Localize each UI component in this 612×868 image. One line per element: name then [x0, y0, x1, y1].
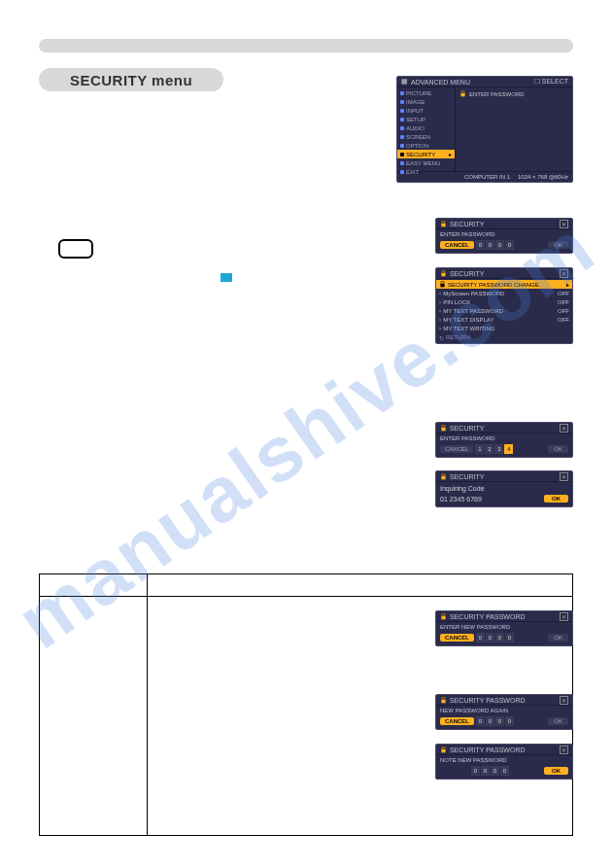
close-icon[interactable]: ✕ [560, 612, 568, 621]
lock-icon [440, 221, 447, 227]
digit-input[interactable]: 3 [494, 444, 503, 454]
footer-resolution: 1024 × 768 @60Hz [518, 174, 568, 180]
digit-input[interactable]: 4 [504, 444, 513, 454]
osd-header: SECURITY ✕ [436, 268, 572, 279]
svg-rect-6 [441, 615, 445, 619]
svg-rect-4 [441, 427, 445, 431]
digit-input[interactable]: 0 [505, 716, 514, 726]
osd-inquiring: SECURITY ✕ Inquiring Code 01 2345 6789 O… [435, 470, 573, 507]
digit-input[interactable]: 0 [476, 716, 485, 726]
footer-source: COMPUTER IN 1 [464, 174, 510, 180]
digit-input[interactable]: 1 [475, 444, 484, 454]
menu-icon: ▦ [401, 78, 408, 86]
callout-box [58, 239, 93, 259]
lock-icon [439, 281, 446, 288]
osd-secpwd-again: SECURITY PASSWORD ✕ NEW PASSWORD AGAIN C… [435, 694, 573, 730]
sidebar-item-screen[interactable]: SCREEN [397, 132, 455, 141]
menu-item-mytextpwd[interactable]: ▫MY TEXT PASSWORDOFF [436, 306, 572, 315]
svg-rect-3 [440, 284, 444, 288]
digit-input[interactable]: 0 [486, 240, 494, 250]
digit-display: 0 [500, 766, 509, 776]
digit-input[interactable]: 0 [505, 633, 514, 642]
ok-button[interactable]: OK [544, 495, 568, 503]
cancel-button[interactable]: CANCEL [440, 241, 474, 249]
osd-header: SECURITY ✕ [436, 471, 572, 482]
lock-icon [440, 613, 447, 620]
ok-button[interactable]: OK [548, 717, 568, 725]
sidebar-item-option[interactable]: OPTION [397, 141, 455, 150]
menu-item-pinlock[interactable]: ▫PIN LOCKOFF [436, 297, 572, 306]
digit-input[interactable]: 0 [486, 633, 494, 642]
digit-input[interactable]: 0 [495, 716, 504, 726]
osd-header: SECURITY ✕ [436, 423, 572, 434]
digit-input[interactable]: 2 [485, 444, 493, 454]
osd-header: ▦ ADVANCED MENU ☐ SELECT [397, 77, 572, 87]
ok-button[interactable]: OK [544, 767, 568, 775]
digit-input[interactable]: 0 [476, 633, 485, 642]
osd-advanced-menu: ▦ ADVANCED MENU ☐ SELECT PICTURE IMAGE I… [396, 76, 573, 183]
digit-input[interactable]: 0 [486, 716, 494, 726]
sidebar-item-input[interactable]: INPUT [397, 106, 455, 115]
sidebar-item-picture[interactable]: PICTURE [397, 88, 455, 97]
menu-item-mytextwrite[interactable]: ▫MY TEXT WRITING [436, 324, 572, 332]
sidebar-item-easymenu[interactable]: EASY MENU [397, 158, 455, 167]
svg-rect-0 [460, 93, 464, 97]
sidebar-item-exit[interactable]: EXIT [397, 167, 455, 176]
digit-input[interactable]: 0 [495, 240, 504, 250]
osd-secpwd-new: SECURITY PASSWORD ✕ ENTER NEW PASSWORD C… [435, 610, 573, 646]
ok-button[interactable]: OK [548, 634, 568, 642]
new-password-again-label: NEW PASSWORD AGAIN [440, 708, 568, 713]
book-icon [220, 272, 233, 284]
close-icon[interactable]: ✕ [560, 424, 568, 433]
enter-password-row[interactable]: ENTER PASSWORD [459, 89, 568, 98]
sidebar-item-audio[interactable]: AUDIO [397, 123, 455, 132]
top-header-bar [39, 39, 573, 52]
close-icon[interactable]: ✕ [560, 220, 568, 228]
osd-header: SECURITY PASSWORD ✕ [436, 611, 572, 622]
svg-rect-2 [441, 272, 445, 276]
ok-button[interactable]: OK [548, 241, 568, 249]
cancel-button[interactable]: CANCEL [440, 445, 473, 453]
svg-rect-7 [441, 699, 445, 703]
svg-rect-1 [441, 223, 445, 226]
close-icon[interactable]: ✕ [560, 472, 568, 481]
osd-title: ADVANCED MENU [411, 79, 470, 86]
lock-icon [459, 90, 466, 97]
close-icon[interactable]: ✕ [560, 696, 568, 705]
svg-rect-5 [441, 475, 445, 479]
lock-icon [440, 270, 447, 277]
close-icon[interactable]: ✕ [560, 746, 568, 754]
osd-header: SECURITY PASSWORD ✕ [436, 695, 572, 706]
new-password-label: ENTER NEW PASSWORD [440, 624, 568, 630]
lock-icon [440, 425, 447, 432]
cancel-button[interactable]: CANCEL [440, 634, 474, 642]
sidebar-item-image[interactable]: IMAGE [397, 97, 455, 106]
osd-header: SECURITY PASSWORD ✕ [436, 745, 572, 755]
inquiring-label: Inquiring Code [440, 484, 568, 493]
svg-rect-8 [441, 748, 445, 752]
menu-item-myscreen[interactable]: ▫MyScreen PASSWORDOFF [436, 289, 572, 297]
close-icon[interactable]: ✕ [560, 269, 568, 278]
digit-display: 0 [491, 766, 499, 776]
osd-security-menu: SECURITY ✕ SECURITY PASSWORD CHANGE▸ ▫My… [435, 267, 573, 344]
lock-icon [440, 746, 447, 753]
sidebar-item-security[interactable]: SECURITY▸ [397, 150, 455, 158]
enter-password-label: ENTER PASSWORD [440, 435, 568, 441]
menu-item-mytextdisp[interactable]: ▫MY TEXT DISPLAYOFF [436, 315, 572, 324]
inquiring-code: 01 2345 6789 [440, 495, 482, 503]
digit-input[interactable]: 0 [476, 240, 485, 250]
digit-display: 0 [481, 766, 490, 776]
digit-input[interactable]: 0 [505, 240, 514, 250]
ok-button[interactable]: OK [548, 445, 568, 453]
osd-secpwd-note: SECURITY PASSWORD ✕ NOTE NEW PASSWORD 0 … [435, 744, 573, 780]
lock-icon [440, 697, 447, 704]
menu-return[interactable]: ↻RETURN [436, 332, 572, 342]
lock-icon [440, 473, 447, 480]
sidebar-item-setup[interactable]: SETUP [397, 115, 455, 123]
menu-item-pwdchange[interactable]: SECURITY PASSWORD CHANGE▸ [436, 280, 572, 289]
osd-security-enter-1: SECURITY ✕ ENTER PASSWORD CANCEL 0 0 0 0… [435, 218, 573, 254]
digit-input[interactable]: 0 [495, 633, 504, 642]
osd-header-right: ☐ SELECT [534, 78, 568, 86]
osd-sidebar: PICTURE IMAGE INPUT SETUP AUDIO SCREEN O… [397, 87, 456, 171]
cancel-button[interactable]: CANCEL [440, 717, 474, 725]
